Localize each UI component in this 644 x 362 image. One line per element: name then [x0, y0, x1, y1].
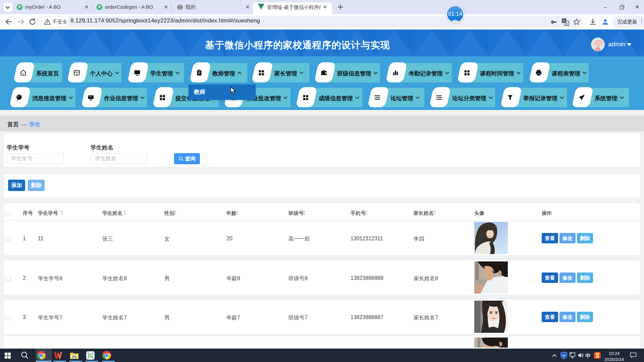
svg-text:文: 文	[565, 22, 568, 25]
